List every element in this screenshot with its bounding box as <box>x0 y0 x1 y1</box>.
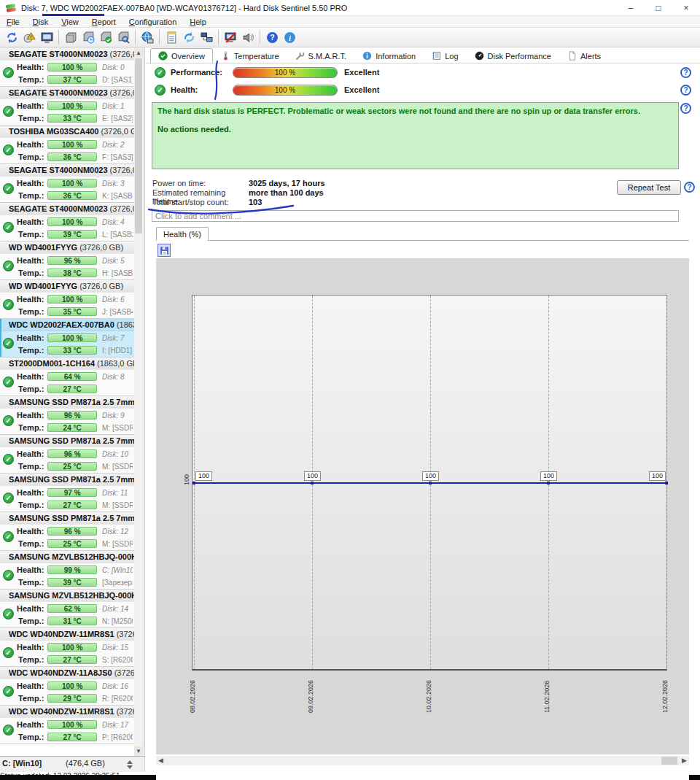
volume-size: (476,4 GB) <box>66 759 105 768</box>
drive-letter: E: [SAS2] <box>102 115 133 123</box>
drive-letter: S: [R620C <box>102 656 133 664</box>
help-icon-health[interactable]: ? <box>680 85 691 96</box>
menu-item-disk[interactable]: Disk <box>26 16 55 28</box>
disk-entry[interactable]: SEAGATE ST4000NM0023 (3726,0 GB)✓Health:… <box>0 87 134 126</box>
disk-ok-icon: ✓ <box>3 222 14 233</box>
check-circle-icon <box>158 51 168 61</box>
tab-alerts[interactable]: Alerts <box>559 48 609 63</box>
disk-check-icon[interactable] <box>97 29 114 45</box>
scroll-up-icon[interactable]: ▲ <box>134 48 143 58</box>
disk-entry[interactable]: WDC WD2002FAEX-007BA0 (1863,0 GB)✓Health… <box>0 319 134 358</box>
monitor-report-icon[interactable] <box>38 29 55 45</box>
menu-item-help[interactable]: Help <box>183 16 213 28</box>
disk-list: SEAGATE ST4000NM0023 (3726,0 GB)✓Health:… <box>0 48 134 756</box>
monitor-disabled-icon[interactable] <box>222 29 239 45</box>
disk-entry[interactable]: WD WD4001FYYG (3726,0 GB)✓Health:96 %Dis… <box>0 242 134 280</box>
scroll-left-icon[interactable]: ◀ <box>156 756 166 765</box>
disk-icon[interactable] <box>62 29 79 45</box>
health-bar: 100 % <box>47 681 97 690</box>
disk-title: SAMSUNG MZVLB512HBJQ-000H (476,9 GB) <box>0 551 134 563</box>
disk-entry[interactable]: WD WD4001FYYG (3726,0 GB)✓Health:100 %Di… <box>0 280 134 319</box>
sync-icon[interactable] <box>180 29 198 45</box>
volume-footer[interactable]: C: [Win10] (476,4 GB) <box>0 756 145 772</box>
volume-spinner[interactable] <box>125 757 136 772</box>
help-icon[interactable] <box>263 29 281 45</box>
scroll-right-icon[interactable]: ▶ <box>680 756 689 765</box>
disk-entry[interactable]: WDC WD40NDZW-11MR8S1 (3726,0 GB)✓Health:… <box>0 628 134 667</box>
disk-search-icon[interactable] <box>114 29 132 45</box>
network-icon[interactable] <box>198 29 215 45</box>
disk-entry[interactable]: SAMSUNG MZVLB512HBJQ-000H (476,9 GB)✓Hea… <box>0 551 134 590</box>
sidebar-scrollbar[interactable]: ▲ ▼ <box>134 48 143 756</box>
meter-bar: 100 % <box>233 85 338 96</box>
disk-entry[interactable]: SAMSUNG SSD PM871a 2.5 7mm 256GB ✓Health… <box>0 512 134 551</box>
refresh-icon[interactable] <box>3 29 20 45</box>
disk-ok-icon: ✓ <box>3 454 14 465</box>
maximize-button[interactable]: □ <box>645 0 672 16</box>
disk-entry[interactable]: SAMSUNG SSD PM871a 2.5 7mm 256GB ✓Health… <box>0 435 134 474</box>
disk-entry[interactable]: WDC WD40NDZW-11A8JS0 (3726,0 GB)✓Health:… <box>0 667 134 706</box>
disk-entry[interactable]: WDC WD40NDZW-11MR8S1 (3726,0 GB)✓Health:… <box>0 706 134 744</box>
disk-entry[interactable]: SEAGATE ST4000NM0023 (3726,0 GB)✓Health:… <box>0 48 134 87</box>
disk-ok-icon: ✓ <box>3 531 14 542</box>
spin-down-icon[interactable] <box>127 765 133 769</box>
chart-tab-health[interactable]: Health (%) <box>156 227 209 241</box>
spin-up-icon[interactable] <box>127 760 133 764</box>
alarm-warning-icon[interactable] <box>20 29 38 45</box>
tab-log[interactable]: Log <box>424 48 466 63</box>
drive-letter: K: [SASB1] <box>102 192 133 200</box>
info-row: Total start/stop count:103 <box>152 198 517 206</box>
menu-item-view[interactable]: View <box>55 16 85 28</box>
scroll-down-icon[interactable]: ▼ <box>134 746 143 756</box>
scroll-thumb[interactable] <box>135 58 142 233</box>
report-list-icon[interactable] <box>163 29 180 45</box>
h-scroll-thumb[interactable] <box>661 757 677 765</box>
help-icon-status[interactable]: ? <box>680 103 691 114</box>
globe-disk-icon[interactable] <box>139 29 156 45</box>
drive-letter: F: [SAS3] <box>102 153 133 161</box>
chart-panel: 100100100100100 08.02.202609.02.202610.0… <box>156 240 689 780</box>
tab-information[interactable]: Information <box>354 48 424 63</box>
comment-input[interactable] <box>152 210 679 222</box>
disk-entry[interactable]: SAMSUNG SSD PM871a 2.5 7mm 256GB ✓Health… <box>0 396 134 435</box>
save-chart-button[interactable] <box>158 244 171 257</box>
disk-entry[interactable]: SEAGATE ST4000NM0023 (3726,0 GB)✓Health:… <box>0 203 134 242</box>
minimize-button[interactable]: – <box>617 0 645 16</box>
disk-entry[interactable]: TOSHIBA MG03SCA400 (3726,0 GB)✓Health:10… <box>0 126 134 164</box>
tab-s-m-a-r-t-[interactable]: S.M.A.R.T. <box>287 48 355 63</box>
hard-disk-sentinel-window: { "window": { "title": "Disk: 7, WDC WD2… <box>0 0 700 780</box>
disk-entry[interactable]: SAMSUNG SSD PM871a 2.5 7mm 256GB ✓Health… <box>0 474 134 512</box>
speaker-icon[interactable] <box>239 29 257 45</box>
repeat-test-button[interactable]: Repeat Test <box>617 180 681 195</box>
drive-letter: [Зарезерв <box>102 579 133 587</box>
tab-overview[interactable]: Overview <box>150 48 213 63</box>
menu-item-report[interactable]: Report <box>85 16 122 28</box>
tab-temperature[interactable]: Temperature <box>213 48 287 63</box>
disk-ok-icon: ✓ <box>3 725 14 735</box>
disk-number: Disk: 3 <box>102 179 133 188</box>
disk-entry[interactable]: SAMSUNG MZVLB512HBJQ-000H (476,9 GB)✓Hea… <box>0 590 134 628</box>
close-button[interactable]: × <box>672 0 700 16</box>
tab-disk-performance[interactable]: Disk Performance <box>467 48 559 63</box>
tab-bar: OverviewTemperatureS.M.A.R.T.Information… <box>150 47 609 63</box>
drive-letter: L: [SASB2] <box>102 231 133 239</box>
menu-item-file[interactable]: File <box>0 16 26 28</box>
meter-rating: Excellent <box>344 68 379 77</box>
disk-number: Disk: 11 <box>102 489 133 497</box>
ok-check-icon: ✓ <box>155 85 166 96</box>
volume-name: C: [Win10] <box>2 759 42 768</box>
disk-ok-icon: ✓ <box>3 415 14 426</box>
chart-h-scrollbar[interactable]: ◀ ▶ <box>156 756 689 765</box>
x-axis-date-label: 09.02.2026 <box>307 675 315 713</box>
disk-entry[interactable]: SEAGATE ST4000NM0023 (3726,0 GB)✓Health:… <box>0 164 134 203</box>
disk-clock-icon[interactable] <box>79 29 97 45</box>
about-icon[interactable] <box>281 29 298 45</box>
disk-entry[interactable]: ST2000DM001-1CH164 (1863,0 GB)✓Health:64… <box>0 358 134 396</box>
drive-letter: D: [SAS1] <box>102 76 133 84</box>
help-icon-repeat-test[interactable]: ? <box>684 182 695 193</box>
health-bar: 100 % <box>47 179 97 188</box>
disk-title: SAMSUNG SSD PM871a 2.5 7mm 256GB <box>0 512 134 525</box>
help-icon-performance[interactable]: ? <box>680 67 691 78</box>
menu-item-configuration[interactable]: Configuration <box>122 16 183 28</box>
temp-bar: 24 °C <box>47 423 97 432</box>
